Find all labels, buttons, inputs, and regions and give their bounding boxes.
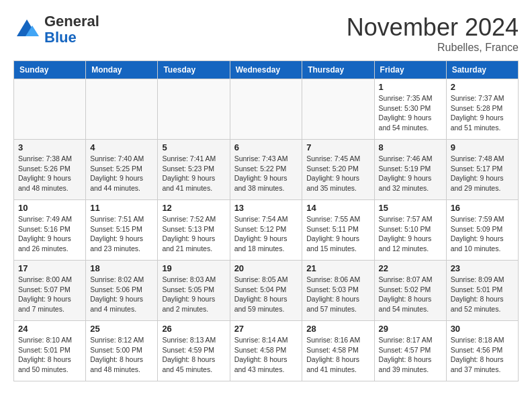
day-info: Sunrise: 7:59 AMSunset: 5:09 PMDaylight:… [451,214,514,254]
day-number: 6 [234,142,298,152]
title-area: November 2024 Rubelles, France [347,13,519,54]
day-info: Sunrise: 7:43 AMSunset: 5:22 PMDaylight:… [234,154,298,193]
calendar-day-cell: 2Sunrise: 7:37 AMSunset: 5:28 PMDaylight… [446,79,518,140]
day-info: Sunrise: 7:35 AMSunset: 5:30 PMDaylight:… [379,93,442,133]
calendar-day-cell: 28Sunrise: 8:16 AMSunset: 4:58 PMDayligh… [302,321,374,381]
calendar-day-cell: 1Sunrise: 7:35 AMSunset: 5:30 PMDaylight… [374,79,446,140]
calendar-header-row: SundayMondayTuesdayWednesdayThursdayFrid… [14,61,519,79]
day-info: Sunrise: 8:17 AMSunset: 4:57 PMDaylight:… [379,335,442,375]
day-info: Sunrise: 7:45 AMSunset: 5:20 PMDaylight:… [306,154,369,193]
calendar-day-cell: 14Sunrise: 7:55 AMSunset: 5:11 PMDayligh… [302,200,374,261]
logo-text: General Blue [44,13,99,46]
day-info: Sunrise: 7:40 AMSunset: 5:25 PMDaylight:… [90,154,153,193]
calendar-day-cell [158,79,230,140]
calendar-day-cell [230,79,302,140]
day-number: 15 [379,203,442,213]
day-info: Sunrise: 8:05 AMSunset: 5:04 PMDaylight:… [234,275,298,314]
month-title: November 2024 [347,13,519,42]
calendar-week-row: 10Sunrise: 7:49 AMSunset: 5:16 PMDayligh… [14,200,519,261]
day-info: Sunrise: 7:41 AMSunset: 5:23 PMDaylight:… [162,154,225,193]
day-number: 13 [234,203,298,213]
day-number: 22 [379,263,442,273]
calendar-day-cell: 3Sunrise: 7:38 AMSunset: 5:26 PMDaylight… [14,140,86,200]
day-info: Sunrise: 8:10 AMSunset: 5:01 PMDaylight:… [18,335,81,375]
day-of-week-header: Tuesday [158,61,230,79]
day-info: Sunrise: 8:03 AMSunset: 5:05 PMDaylight:… [162,275,225,314]
calendar-day-cell [14,79,86,140]
calendar-day-cell: 7Sunrise: 7:45 AMSunset: 5:20 PMDaylight… [302,140,374,200]
day-number: 9 [451,142,514,152]
calendar-day-cell: 25Sunrise: 8:12 AMSunset: 5:00 PMDayligh… [86,321,158,381]
day-info: Sunrise: 8:07 AMSunset: 5:02 PMDaylight:… [379,275,442,314]
calendar-body: 1Sunrise: 7:35 AMSunset: 5:30 PMDaylight… [14,79,519,381]
day-info: Sunrise: 8:12 AMSunset: 5:00 PMDaylight:… [90,335,153,375]
calendar-week-row: 24Sunrise: 8:10 AMSunset: 5:01 PMDayligh… [14,321,519,381]
calendar-day-cell: 6Sunrise: 7:43 AMSunset: 5:22 PMDaylight… [230,140,302,200]
calendar-day-cell: 13Sunrise: 7:54 AMSunset: 5:12 PMDayligh… [230,200,302,261]
day-number: 2 [451,82,514,92]
day-number: 24 [18,324,81,334]
day-of-week-header: Thursday [302,61,374,79]
day-number: 3 [18,142,81,152]
calendar-day-cell: 17Sunrise: 8:00 AMSunset: 5:07 PMDayligh… [14,261,86,321]
day-number: 12 [162,203,225,213]
day-number: 30 [451,324,514,334]
day-info: Sunrise: 7:46 AMSunset: 5:19 PMDaylight:… [379,154,442,193]
calendar-day-cell: 24Sunrise: 8:10 AMSunset: 5:01 PMDayligh… [14,321,86,381]
calendar-day-cell [86,79,158,140]
day-info: Sunrise: 7:52 AMSunset: 5:13 PMDaylight:… [162,214,225,254]
day-number: 5 [162,142,225,152]
day-info: Sunrise: 7:51 AMSunset: 5:15 PMDaylight:… [90,214,153,254]
day-info: Sunrise: 7:49 AMSunset: 5:16 PMDaylight:… [18,214,81,254]
day-info: Sunrise: 8:18 AMSunset: 4:56 PMDaylight:… [451,335,514,375]
day-info: Sunrise: 7:48 AMSunset: 5:17 PMDaylight:… [451,154,514,193]
day-info: Sunrise: 8:00 AMSunset: 5:07 PMDaylight:… [18,275,81,314]
day-number: 26 [162,324,225,334]
day-number: 16 [451,203,514,213]
page-header: General Blue November 2024 Rubelles, Fra… [13,13,519,54]
day-info: Sunrise: 7:57 AMSunset: 5:10 PMDaylight:… [379,214,442,254]
day-number: 18 [90,263,153,273]
calendar-day-cell: 15Sunrise: 7:57 AMSunset: 5:10 PMDayligh… [374,200,446,261]
day-info: Sunrise: 8:13 AMSunset: 4:59 PMDaylight:… [162,335,225,375]
calendar-day-cell: 22Sunrise: 8:07 AMSunset: 5:02 PMDayligh… [374,261,446,321]
calendar-week-row: 3Sunrise: 7:38 AMSunset: 5:26 PMDaylight… [14,140,519,200]
calendar-day-cell: 20Sunrise: 8:05 AMSunset: 5:04 PMDayligh… [230,261,302,321]
day-number: 11 [90,203,153,213]
calendar-day-cell: 30Sunrise: 8:18 AMSunset: 4:56 PMDayligh… [446,321,518,381]
day-of-week-header: Monday [86,61,158,79]
day-of-week-header: Wednesday [230,61,302,79]
day-number: 23 [451,263,514,273]
calendar-day-cell: 11Sunrise: 7:51 AMSunset: 5:15 PMDayligh… [86,200,158,261]
calendar-day-cell: 19Sunrise: 8:03 AMSunset: 5:05 PMDayligh… [158,261,230,321]
day-number: 20 [234,263,298,273]
calendar-day-cell: 12Sunrise: 7:52 AMSunset: 5:13 PMDayligh… [158,200,230,261]
day-info: Sunrise: 7:37 AMSunset: 5:28 PMDaylight:… [451,93,514,133]
calendar-week-row: 17Sunrise: 8:00 AMSunset: 5:07 PMDayligh… [14,261,519,321]
calendar: SundayMondayTuesdayWednesdayThursdayFrid… [13,60,519,381]
calendar-day-cell: 10Sunrise: 7:49 AMSunset: 5:16 PMDayligh… [14,200,86,261]
calendar-day-cell: 29Sunrise: 8:17 AMSunset: 4:57 PMDayligh… [374,321,446,381]
calendar-day-cell: 4Sunrise: 7:40 AMSunset: 5:25 PMDaylight… [86,140,158,200]
day-info: Sunrise: 7:55 AMSunset: 5:11 PMDaylight:… [306,214,369,254]
day-info: Sunrise: 8:06 AMSunset: 5:03 PMDaylight:… [306,275,369,314]
day-info: Sunrise: 8:14 AMSunset: 4:58 PMDaylight:… [234,335,298,375]
day-number: 28 [306,324,369,334]
calendar-day-cell: 26Sunrise: 8:13 AMSunset: 4:59 PMDayligh… [158,321,230,381]
day-of-week-header: Sunday [14,61,86,79]
calendar-day-cell: 18Sunrise: 8:02 AMSunset: 5:06 PMDayligh… [86,261,158,321]
day-number: 1 [379,82,442,92]
calendar-day-cell [302,79,374,140]
calendar-day-cell: 23Sunrise: 8:09 AMSunset: 5:01 PMDayligh… [446,261,518,321]
calendar-day-cell: 16Sunrise: 7:59 AMSunset: 5:09 PMDayligh… [446,200,518,261]
calendar-day-cell: 8Sunrise: 7:46 AMSunset: 5:19 PMDaylight… [374,140,446,200]
day-number: 19 [162,263,225,273]
day-info: Sunrise: 8:09 AMSunset: 5:01 PMDaylight:… [451,275,514,314]
day-number: 25 [90,324,153,334]
calendar-day-cell: 9Sunrise: 7:48 AMSunset: 5:17 PMDaylight… [446,140,518,200]
day-number: 8 [379,142,442,152]
location: Rubelles, France [347,42,519,54]
day-info: Sunrise: 8:02 AMSunset: 5:06 PMDaylight:… [90,275,153,314]
logo-icon [13,16,40,43]
day-of-week-header: Saturday [446,61,518,79]
